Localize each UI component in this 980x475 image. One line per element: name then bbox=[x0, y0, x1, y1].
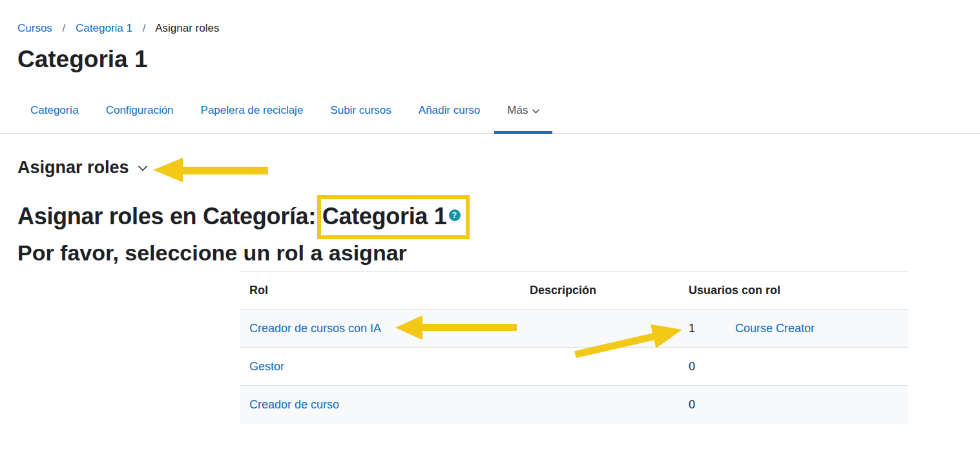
assign-roles-section: Asignar roles bbox=[17, 157, 147, 178]
users-count: 0 bbox=[689, 360, 695, 373]
role-link-gestor[interactable]: Gestor bbox=[249, 360, 284, 373]
table-header-row: Rol Descripción Usuarios con rol bbox=[240, 272, 908, 310]
tab-categoria[interactable]: Categoría bbox=[17, 98, 92, 134]
page: Cursos / Categoria 1 / Asignar roles Cat… bbox=[0, 0, 980, 475]
category-tabs: Categoría Configuración Papelera de reci… bbox=[17, 98, 554, 134]
tab-mas-label: Más bbox=[507, 104, 528, 116]
breadcrumb-separator: / bbox=[143, 22, 146, 34]
section-collapse-chevron-icon[interactable] bbox=[138, 165, 147, 171]
table-row: Creador de cursos con IA 1 Course Creato… bbox=[240, 310, 908, 348]
breadcrumb-separator: / bbox=[63, 22, 66, 34]
role-link-creador-de-cursos-con-ia[interactable]: Creador de cursos con IA bbox=[249, 322, 381, 335]
tab-configuracion[interactable]: Configuración bbox=[93, 98, 187, 134]
tab-anadir-curso[interactable]: Añadir curso bbox=[406, 98, 493, 134]
column-header-usuarios-con-rol: Usuarios con rol bbox=[679, 272, 908, 310]
highlighted-category: Categoria 1? bbox=[322, 203, 461, 229]
highlighted-category-label: Categoria 1 bbox=[322, 203, 447, 229]
select-role-subheading: Por favor, seleccione un rol a asignar bbox=[17, 240, 407, 266]
column-header-rol: Rol bbox=[240, 272, 520, 310]
chevron-down-icon bbox=[532, 109, 539, 114]
users-count: 1 bbox=[689, 322, 695, 335]
breadcrumb-link-categoria-1[interactable]: Categoria 1 bbox=[76, 22, 132, 34]
annotation-arrow-section-title bbox=[153, 158, 268, 182]
table-row: Creador de curso 0 bbox=[240, 386, 908, 424]
assign-roles-heading-prefix: Asignar roles en Categoría: bbox=[17, 203, 322, 229]
users-count: 0 bbox=[689, 398, 695, 411]
column-header-descripcion: Descripción bbox=[520, 272, 679, 310]
page-title: Categoria 1 bbox=[17, 45, 148, 74]
roles-table: Rol Descripción Usuarios con rol Creador… bbox=[240, 271, 908, 424]
breadcrumb-link-cursos[interactable]: Cursos bbox=[17, 22, 52, 34]
tab-papelera-de-reciclaje[interactable]: Papelera de reciclaje bbox=[188, 98, 317, 134]
table-row: Gestor 0 bbox=[240, 348, 908, 386]
breadcrumb-current: Asignar roles bbox=[155, 22, 219, 34]
tab-mas[interactable]: Más bbox=[494, 98, 552, 134]
assign-roles-heading: Asignar roles en Categoría: Categoria 1? bbox=[17, 203, 461, 230]
role-link-creador-de-curso[interactable]: Creador de curso bbox=[249, 398, 339, 411]
user-link-course-creator[interactable]: Course Creator bbox=[735, 322, 815, 335]
tab-subir-cursos[interactable]: Subir cursos bbox=[317, 98, 404, 134]
breadcrumb: Cursos / Categoria 1 / Asignar roles bbox=[17, 22, 219, 35]
help-icon[interactable]: ? bbox=[449, 209, 461, 221]
assign-roles-section-title: Asignar roles bbox=[17, 157, 129, 178]
